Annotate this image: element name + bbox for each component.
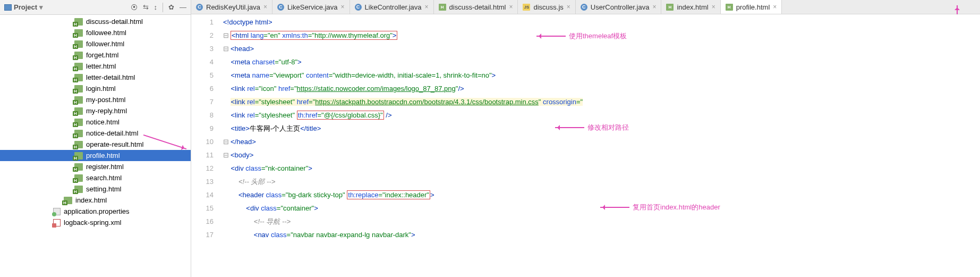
- line-number: 12: [191, 162, 214, 175]
- tree-item-label: search.html: [86, 174, 122, 182]
- line-number: 3: [191, 42, 214, 55]
- tree-item-label: letter-detail.html: [86, 73, 135, 81]
- close-icon[interactable]: ×: [652, 3, 656, 11]
- editor-tab[interactable]: JSdiscuss.js×: [518, 0, 575, 14]
- tree-item[interactable]: setting.html: [0, 183, 191, 195]
- gutter: 1234567891011121314151617: [191, 14, 223, 277]
- close-icon[interactable]: ×: [712, 3, 715, 11]
- web-file-icon: [74, 63, 83, 70]
- editor-tab[interactable]: CLikeController.java×: [350, 0, 434, 14]
- line-number: 15: [191, 202, 214, 215]
- tree-item[interactable]: notice-detail.html: [0, 128, 191, 139]
- web-file-icon: [74, 163, 83, 171]
- web-file-icon: [74, 174, 83, 182]
- tree-item[interactable]: logback-spring.xml: [0, 217, 191, 228]
- project-label[interactable]: Project ▾: [4, 3, 43, 11]
- code-body[interactable]: <!doctype html> ⊟<html lang="en" xmlns:t…: [223, 14, 980, 277]
- tree-item-label: logback-spring.xml: [64, 219, 121, 226]
- tree-item[interactable]: followee.html: [0, 27, 191, 38]
- project-sidebar: Project ▾ ⦿ ⇆ ↕ ✿ — discuss-detail.htmlf…: [0, 0, 191, 277]
- line-number: 17: [191, 228, 214, 241]
- sidebar-header: Project ▾ ⦿ ⇆ ↕ ✿ —: [0, 0, 191, 15]
- tree-item[interactable]: letter-detail.html: [0, 72, 191, 83]
- collapse-icon[interactable]: ⇆: [143, 3, 149, 11]
- line-number: 8: [191, 108, 214, 122]
- web-file-icon: [74, 130, 83, 137]
- editor-tab[interactable]: CRedisKeyUtil.java×: [191, 0, 272, 14]
- close-icon[interactable]: ×: [425, 3, 429, 11]
- tree-item[interactable]: register.html: [0, 161, 191, 172]
- web-file-icon: [64, 197, 72, 204]
- tree-item-label: setting.html: [86, 185, 121, 193]
- web-file-icon: [74, 152, 83, 160]
- tab-label: RedisKeyUtil.java: [206, 3, 260, 11]
- js-icon: JS: [523, 4, 530, 11]
- xml-file-icon: [53, 219, 61, 226]
- tree-item[interactable]: my-post.html: [0, 94, 191, 105]
- tree-item-label: forget.html: [86, 51, 118, 59]
- project-tree[interactable]: discuss-detail.htmlfollowee.htmlfollower…: [0, 15, 191, 277]
- close-icon[interactable]: ×: [341, 3, 345, 11]
- tree-item[interactable]: my-reply.html: [0, 105, 191, 116]
- tab-label: discuss-detail.html: [449, 3, 506, 11]
- tree-item-label: letter.html: [86, 62, 116, 70]
- web-file-icon: [74, 18, 83, 26]
- tree-item[interactable]: search.html: [0, 172, 191, 183]
- tree-item-label: profile.html: [86, 152, 120, 160]
- tree-item-label: my-reply.html: [86, 107, 127, 115]
- web-file-icon: [74, 29, 83, 37]
- close-icon[interactable]: ×: [567, 3, 570, 11]
- gear-icon[interactable]: ✿: [168, 3, 174, 11]
- web-file-icon: [74, 85, 83, 93]
- editor-tab[interactable]: Hprofile.html×: [721, 0, 782, 14]
- class-icon: C: [277, 4, 284, 11]
- target-icon[interactable]: ⦿: [131, 3, 138, 11]
- tab-label: LikeService.java: [287, 3, 338, 11]
- web-file-icon: [74, 107, 83, 115]
- line-number: 9: [191, 122, 214, 135]
- tree-item-label: register.html: [86, 163, 124, 171]
- line-number: 6: [191, 82, 214, 95]
- line-number: 14: [191, 188, 214, 202]
- line-number: 10: [191, 135, 214, 148]
- tree-item[interactable]: notice.html: [0, 116, 191, 128]
- web-file-icon: [74, 40, 83, 48]
- tab-label: UserController.java: [591, 3, 650, 11]
- separator: [163, 3, 163, 12]
- prop-file-icon: [53, 208, 61, 215]
- tree-item[interactable]: application.properties: [0, 206, 191, 217]
- editor-tab[interactable]: CUserController.java×: [576, 0, 662, 14]
- editor-tab-bar: CRedisKeyUtil.java×CLikeService.java×CLi…: [191, 0, 980, 14]
- editor-tab[interactable]: Hindex.html×: [661, 0, 720, 14]
- line-number: 7: [191, 95, 214, 108]
- tree-item-label: login.html: [86, 85, 116, 93]
- editor-pane: CRedisKeyUtil.java×CLikeService.java×CLi…: [191, 0, 980, 277]
- tab-label: profile.html: [736, 3, 770, 11]
- editor-tab[interactable]: Hdiscuss-detail.html×: [434, 0, 518, 14]
- expand-icon[interactable]: ↕: [154, 3, 158, 11]
- hide-icon[interactable]: —: [180, 3, 186, 11]
- close-icon[interactable]: ×: [509, 3, 513, 11]
- tree-item[interactable]: forget.html: [0, 49, 191, 61]
- project-icon: [4, 4, 12, 11]
- tree-item[interactable]: letter.html: [0, 61, 191, 72]
- tree-item[interactable]: follower.html: [0, 38, 191, 49]
- line-number: 13: [191, 175, 214, 188]
- tree-item[interactable]: login.html: [0, 83, 191, 94]
- web-file-icon: [74, 96, 83, 104]
- tree-item[interactable]: profile.html: [0, 150, 191, 161]
- tree-item[interactable]: index.html: [0, 195, 191, 206]
- tab-label: LikeController.java: [365, 3, 422, 11]
- close-icon[interactable]: ×: [263, 3, 267, 11]
- tree-item-label: index.html: [75, 196, 107, 204]
- tab-label: index.html: [677, 3, 708, 11]
- class-icon: C: [196, 4, 203, 11]
- tree-item-label: follower.html: [86, 40, 124, 48]
- editor-tab[interactable]: CLikeService.java×: [272, 0, 350, 14]
- close-icon[interactable]: ×: [773, 3, 777, 11]
- code-editor[interactable]: 1234567891011121314151617 <!doctype html…: [191, 14, 980, 277]
- tree-item[interactable]: discuss-detail.html: [0, 16, 191, 27]
- html-icon: H: [439, 4, 446, 11]
- line-number: 16: [191, 215, 214, 228]
- dropdown-icon: ▾: [39, 3, 43, 11]
